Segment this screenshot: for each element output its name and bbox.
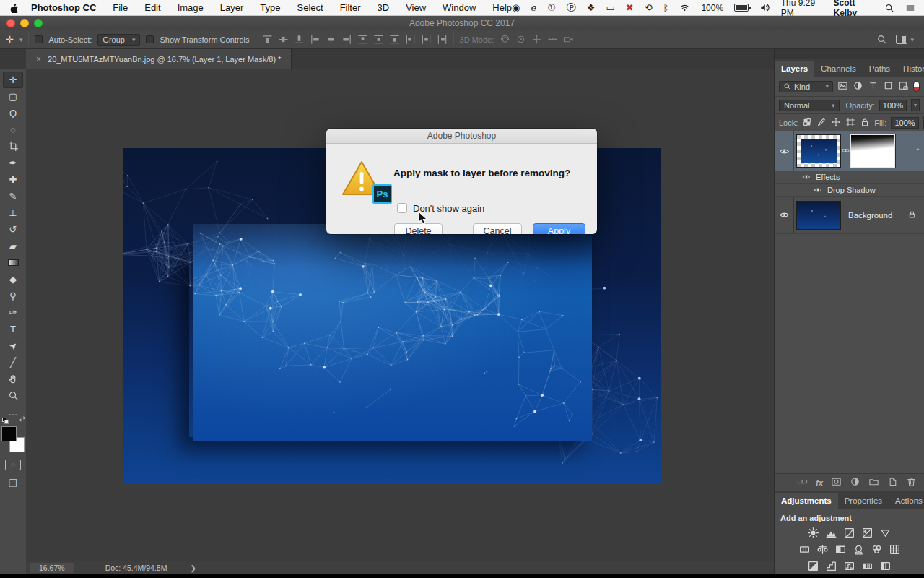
close-window-button[interactable] [6, 19, 15, 27]
tab-layers[interactable]: Layers [775, 61, 814, 77]
roll-3d-button[interactable] [515, 34, 526, 45]
type-tool[interactable]: T [3, 321, 23, 337]
tab-history[interactable]: History [897, 61, 924, 77]
dialog-title-bar[interactable]: Adobe Photoshop [326, 129, 597, 144]
background-thumbnail[interactable] [796, 201, 841, 230]
align-right-button[interactable] [341, 34, 352, 45]
move-tool-preset-icon[interactable]: ✛ [6, 31, 14, 48]
layer1-image[interactable] [193, 224, 592, 441]
dist-bottom-button[interactable] [389, 34, 400, 45]
adjustment-posterize-button[interactable] [825, 560, 837, 572]
adjustment-gradient-map-button[interactable] [861, 560, 873, 572]
lock-move-button[interactable] [831, 117, 841, 129]
menu-bar-clock[interactable]: Thu 9:29 PM [781, 0, 823, 18]
dropbox-icon[interactable]: ❖ [587, 2, 596, 13]
lock-paint-button[interactable] [816, 117, 827, 129]
filter-pixel-button[interactable] [837, 80, 848, 92]
window-title-bar[interactable]: Adobe Photoshop CC 2017 [0, 16, 924, 30]
tab-paths[interactable]: Paths [863, 61, 897, 77]
menu-window[interactable]: Window [443, 2, 476, 13]
tab-channels[interactable]: Channels [814, 61, 863, 77]
adjustment-black-white-button[interactable] [834, 543, 847, 556]
minimize-window-button[interactable] [20, 19, 29, 27]
workspace-caret-icon[interactable]: ▾ [910, 36, 914, 43]
opacity-field[interactable]: 100% [879, 100, 907, 111]
fill-field[interactable]: 100% [891, 117, 918, 129]
spotlight-icon[interactable] [884, 3, 894, 13]
swap-colors-icon[interactable]: ⇄ [19, 415, 25, 423]
path-select-tool[interactable]: ➤ [3, 337, 23, 354]
status-chevron-icon[interactable]: ❯ [190, 564, 196, 572]
healing-brush-tool[interactable]: ✚ [3, 171, 23, 188]
lasso-tool[interactable]: Ϙ [3, 105, 23, 121]
menu-filter[interactable]: Filter [340, 2, 361, 13]
dist-hcenter-button[interactable] [421, 34, 432, 45]
adjustment-brightness-contrast-button[interactable] [807, 527, 819, 539]
tab-properties[interactable]: Properties [838, 493, 889, 509]
zoom-window-button[interactable] [34, 19, 43, 27]
background-visibility-eye-icon[interactable] [775, 197, 794, 233]
airplay-icon[interactable]: ▭ [606, 2, 614, 13]
menu-select[interactable]: Select [297, 2, 323, 13]
effects-row[interactable]: Effects [775, 171, 924, 184]
close-tab-icon[interactable]: × [36, 54, 41, 64]
menu-layer[interactable]: Layer [220, 2, 244, 13]
adjustment-invert-button[interactable] [807, 560, 819, 572]
new-group-button[interactable] [868, 476, 879, 490]
adjustment-levels-button[interactable] [825, 527, 837, 539]
menu-photoshop-cc[interactable]: Photoshop CC [31, 2, 96, 13]
parallels-icon[interactable]: Ⓟ [567, 1, 576, 14]
blend-mode-dropdown[interactable]: Normal ▾ [779, 100, 840, 111]
adjustment-curves-button[interactable] [843, 527, 855, 539]
lock-artboard-button[interactable] [845, 117, 855, 129]
eyedropper-tool[interactable]: ✒ [3, 155, 23, 171]
opacity-caret-icon[interactable]: ▾ [911, 99, 920, 111]
blur-tool[interactable]: ◆ [3, 271, 23, 288]
auto-select-dropdown[interactable]: Group ▾ [97, 34, 140, 46]
zoom-level-field[interactable]: 16.67% [30, 563, 74, 573]
history-brush-tool[interactable]: ↺ [3, 221, 23, 238]
crop-tool[interactable] [3, 138, 23, 155]
fx-collapse-caret-icon[interactable]: ⌃ [915, 147, 920, 155]
tab-adjustments[interactable]: Adjustments [775, 493, 838, 509]
dist-vcenter-button[interactable] [373, 34, 384, 45]
notification-center-icon[interactable] [905, 3, 915, 13]
align-hcenter-button[interactable] [326, 34, 336, 45]
marquee-tool[interactable]: ▢ [3, 88, 23, 105]
drop-shadow-row[interactable]: Drop Shadow [775, 184, 924, 197]
line-tool[interactable]: ╱ [3, 354, 23, 371]
align-vcenter-button[interactable] [278, 34, 289, 45]
delete-layer-button[interactable] [906, 476, 917, 490]
filter-type-button[interactable] [868, 80, 879, 92]
wifi-icon[interactable] [679, 2, 690, 13]
menu-image[interactable]: Image [178, 2, 204, 13]
layer1-thumbnail[interactable] [796, 134, 841, 168]
apple-menu-icon[interactable] [9, 2, 19, 13]
layer-row-layer1[interactable]: ⌃ [775, 131, 924, 171]
dont-show-again-checkbox[interactable] [397, 203, 407, 213]
adjustment-vibrance-button[interactable] [879, 527, 892, 539]
menu-help[interactable]: Help [492, 2, 512, 13]
document-tab[interactable]: × 20_MTU5MTAzMTYuanBn.jpg @ 16.7% (Layer… [26, 49, 292, 69]
mask-link-icon[interactable] [842, 144, 850, 158]
new-layer-button[interactable] [887, 476, 898, 490]
link-layers-button[interactable] [797, 476, 808, 490]
drop-shadow-eye-icon[interactable] [814, 186, 822, 194]
camera-3d-button[interactable] [563, 34, 574, 45]
preset-caret-icon[interactable]: ▾ [19, 36, 23, 43]
adjustment-color-lookup-button[interactable] [889, 543, 901, 556]
filter-toggle[interactable] [913, 81, 920, 92]
evernote-icon[interactable]: ℯ [531, 2, 536, 13]
bluetooth-icon[interactable]: ᛒ [663, 2, 669, 13]
search-icon[interactable] [876, 34, 887, 45]
tab-actions[interactable]: Actions [889, 493, 924, 509]
quick-mask-button[interactable]: ◌ [5, 460, 21, 470]
orbit-3d-button[interactable] [500, 34, 510, 45]
move-tool[interactable]: ✛ [3, 72, 23, 88]
layer-row-background[interactable]: Background [775, 197, 924, 234]
add-adjustment-button[interactable] [850, 476, 860, 490]
time-machine-icon[interactable]: ⟲ [645, 2, 653, 13]
dist-top-button[interactable] [357, 34, 368, 45]
layer1-mask-thumbnail[interactable] [850, 134, 895, 168]
dist-left-button[interactable] [405, 34, 416, 45]
